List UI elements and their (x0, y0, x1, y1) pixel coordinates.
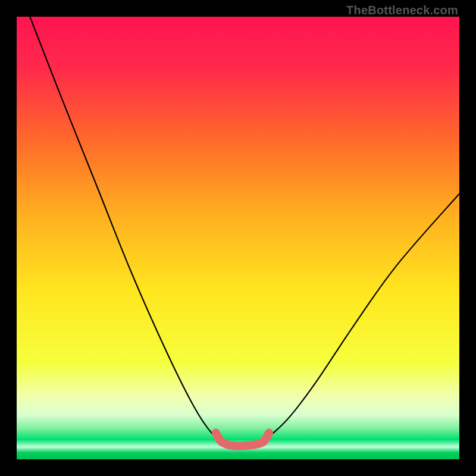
valley-accent (216, 433, 269, 446)
watermark-text: TheBottleneck.com (346, 4, 458, 17)
chart-curves (17, 17, 459, 459)
plot-area (17, 17, 459, 459)
chart-frame: TheBottleneck.com (0, 0, 476, 476)
left-curve (30, 17, 224, 441)
right-curve (260, 194, 459, 442)
